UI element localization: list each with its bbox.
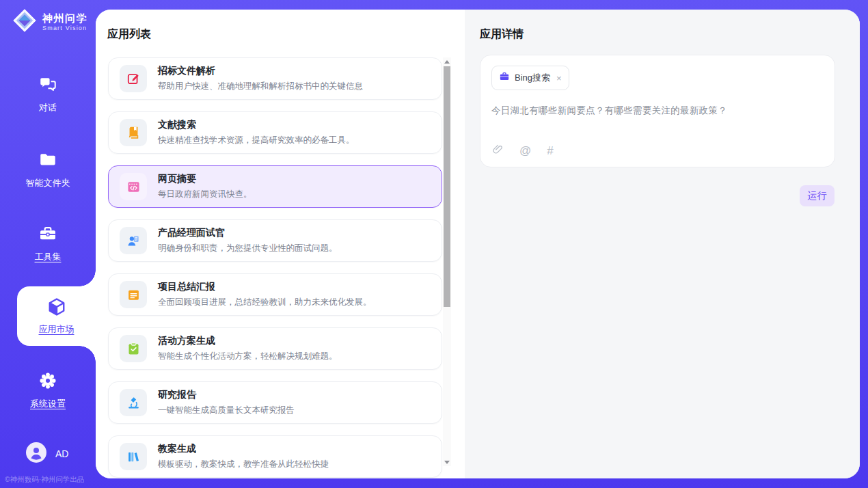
clipboard-check-icon <box>120 335 147 362</box>
app-card-description: 一键智能生成高质量长文本研究报告 <box>158 405 295 416</box>
gear-icon <box>38 371 57 393</box>
app-card-description: 每日政府新闻资讯快查。 <box>158 189 252 200</box>
sidebar-item-toolset[interactable]: 工具集 <box>0 224 96 263</box>
app-detail-panel: 应用详情 Bing搜索 × 今日湖北有哪些新闻要点？有哪些需要关注的最新政策？ <box>465 10 860 478</box>
scrollbar-down-arrow-icon[interactable] <box>443 458 451 466</box>
user-profile[interactable]: AD <box>26 442 68 465</box>
app-card-description: 快速精准查找学术资源，提高研究效率的必备工具。 <box>158 135 355 146</box>
app-card-description: 帮助用户快速、准确地理解和解析招标书中的关键信息 <box>158 81 363 92</box>
app-card-title: 教案生成 <box>158 443 329 455</box>
sidebar-item-label: 对话 <box>39 102 57 114</box>
browser-code-icon <box>120 173 147 200</box>
tool-tag-label: Bing搜索 <box>515 72 550 84</box>
app-card-title: 项目总结汇报 <box>158 281 372 293</box>
app-card-description: 智能生成个性化活动方案，轻松解决规划难题。 <box>158 351 338 362</box>
hash-icon[interactable]: # <box>547 145 553 157</box>
sidebar-item-label: 工具集 <box>35 251 62 263</box>
app-card-title: 文献搜索 <box>158 119 355 131</box>
note-icon <box>120 281 147 308</box>
attachment-toolbar: @ # <box>492 144 554 158</box>
content-panel: 应用列表 招标文件解析 帮助用户快速、准确地理解和解析招标书中的关键信息 <box>96 10 860 478</box>
sidebar-item-chat[interactable]: 对话 <box>0 75 96 114</box>
brand-subtitle: Smart Vision <box>42 25 87 31</box>
microscope-icon <box>120 389 147 416</box>
cube-icon <box>46 297 67 320</box>
sidebar-item-label: 系统设置 <box>30 398 66 410</box>
app-card-literature-search[interactable]: 文献搜索 快速精准查找学术资源，提高研究效率的必备工具。 <box>108 111 442 154</box>
app-card-title: 活动方案生成 <box>158 335 338 347</box>
sidebar: 神州问学 Smart Vision 对话 智能文件夹 <box>0 0 96 488</box>
query-text[interactable]: 今日湖北有哪些新闻要点？有哪些需要关注的最新政策？ <box>491 105 824 117</box>
paperclip-icon[interactable] <box>492 144 504 158</box>
briefcase-icon <box>499 71 510 85</box>
edit-document-icon <box>120 65 147 92</box>
app-card-title: 网页摘要 <box>158 173 252 185</box>
tool-tag-bing-search[interactable]: Bing搜索 × <box>491 66 569 90</box>
toolbox-icon <box>38 224 57 246</box>
app-card-web-summary[interactable]: 网页摘要 每日政府新闻资讯快查。 <box>108 165 442 208</box>
app-list-panel: 应用列表 招标文件解析 帮助用户快速、准确地理解和解析招标书中的关键信息 <box>96 10 465 478</box>
app-card-event-plan[interactable]: 活动方案生成 智能生成个性化活动方案，轻松解决规划难题。 <box>108 327 442 370</box>
book-icon <box>120 119 147 146</box>
app-card-description: 模板驱动，教案快成，教学准备从此轻松快捷 <box>158 459 329 470</box>
app-list-title: 应用列表 <box>107 27 151 42</box>
run-button[interactable]: 运行 <box>800 185 835 206</box>
sidebar-item-app-market[interactable]: 应用市场 <box>17 286 96 346</box>
app-card-list: 招标文件解析 帮助用户快速、准确地理解和解析招标书中的关键信息 文献搜索 <box>108 57 442 478</box>
app-card-title: 招标文件解析 <box>158 65 363 77</box>
brand-diamond-icon <box>12 8 37 36</box>
books-icon <box>120 443 147 470</box>
mention-icon[interactable]: @ <box>519 145 531 157</box>
folder-icon <box>38 150 57 172</box>
avatar <box>26 442 46 465</box>
app-card-title: 产品经理面试官 <box>158 227 338 239</box>
chat-icon <box>38 75 57 97</box>
app-window: 神州问学 Smart Vision 对话 智能文件夹 <box>0 0 868 488</box>
sidebar-item-label: 智能文件夹 <box>26 177 70 189</box>
user-initials: AD <box>55 448 68 459</box>
scrollbar[interactable] <box>443 57 451 466</box>
brand-logo: 神州问学 Smart Vision <box>12 8 87 36</box>
remove-tag-icon[interactable]: × <box>556 73 562 83</box>
app-detail-title: 应用详情 <box>480 27 524 42</box>
app-card-description: 明确身份和职责，为您提供专业性的面试问题。 <box>158 243 338 254</box>
app-card-pm-interviewer[interactable]: 产品经理面试官 明确身份和职责，为您提供专业性的面试问题。 <box>108 219 442 262</box>
app-card-lesson-plan[interactable]: 教案生成 模板驱动，教案快成，教学准备从此轻松快捷 <box>108 435 442 478</box>
scrollbar-thumb[interactable] <box>444 66 450 307</box>
app-card-research-report[interactable]: 研究报告 一键智能生成高质量长文本研究报告 <box>108 381 442 424</box>
app-card-project-summary[interactable]: 项目总结汇报 全面回顾项目进展，总结经验教训，助力未来优化发展。 <box>108 273 442 316</box>
copyright-text: ©神州数码·神州问学出品 <box>5 475 84 485</box>
sidebar-item-settings[interactable]: 系统设置 <box>0 371 96 410</box>
brand-name: 神州问学 <box>42 12 87 25</box>
sidebar-item-label: 应用市场 <box>39 323 74 336</box>
scrollbar-up-arrow-icon[interactable] <box>443 57 451 66</box>
app-card-description: 全面回顾项目进展，总结经验教训，助力未来优化发展。 <box>158 297 372 308</box>
app-card-bid-document-analysis[interactable]: 招标文件解析 帮助用户快速、准确地理解和解析招标书中的关键信息 <box>108 57 442 100</box>
interviewer-icon <box>120 227 147 254</box>
query-card[interactable]: Bing搜索 × 今日湖北有哪些新闻要点？有哪些需要关注的最新政策？ @ # <box>480 55 835 167</box>
app-card-title: 研究报告 <box>158 389 295 401</box>
sidebar-item-smart-folder[interactable]: 智能文件夹 <box>0 150 96 189</box>
